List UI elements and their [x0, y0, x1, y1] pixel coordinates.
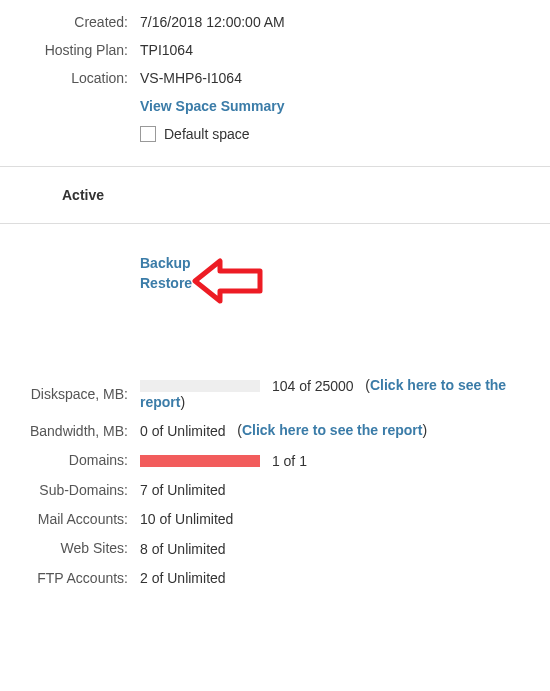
created-label: Created: — [0, 14, 140, 30]
diskspace-bar — [140, 380, 260, 392]
mail-label: Mail Accounts: — [0, 511, 140, 527]
arrow-icon — [190, 256, 270, 306]
domains-bar — [140, 455, 260, 467]
hosting-plan-label: Hosting Plan: — [0, 42, 140, 58]
created-value: 7/16/2018 12:00:00 AM — [140, 14, 550, 30]
divider — [0, 223, 550, 224]
hosting-plan-value: TPI1064 — [140, 42, 550, 58]
ftp-text: 2 of Unlimited — [140, 570, 226, 586]
domains-text: 1 of 1 — [272, 453, 307, 469]
default-space-checkbox[interactable] — [140, 126, 156, 142]
ftp-label: FTP Accounts: — [0, 570, 140, 586]
mail-text: 10 of Unlimited — [140, 512, 233, 528]
websites-text: 8 of Unlimited — [140, 541, 226, 557]
location-label: Location: — [0, 70, 140, 86]
websites-label: Web Sites: — [0, 540, 140, 556]
diskspace-label: Diskspace, MB: — [0, 386, 140, 402]
location-value: VS-MHP6-I1064 — [140, 70, 550, 86]
bandwidth-text: 0 of Unlimited — [140, 424, 226, 440]
view-space-summary-link[interactable]: View Space Summary — [140, 98, 284, 114]
subdomains-text: 7 of Unlimited — [140, 482, 226, 498]
divider — [0, 166, 550, 167]
bandwidth-label: Bandwidth, MB: — [0, 423, 140, 439]
diskspace-text: 104 of 25000 — [272, 378, 354, 394]
domains-label: Domains: — [0, 452, 140, 468]
domains-bar-fill — [140, 455, 260, 467]
active-heading: Active — [0, 177, 550, 213]
bandwidth-report-link[interactable]: Click here to see the report — [242, 422, 423, 438]
subdomains-label: Sub-Domains: — [0, 482, 140, 498]
default-space-label: Default space — [164, 126, 250, 142]
